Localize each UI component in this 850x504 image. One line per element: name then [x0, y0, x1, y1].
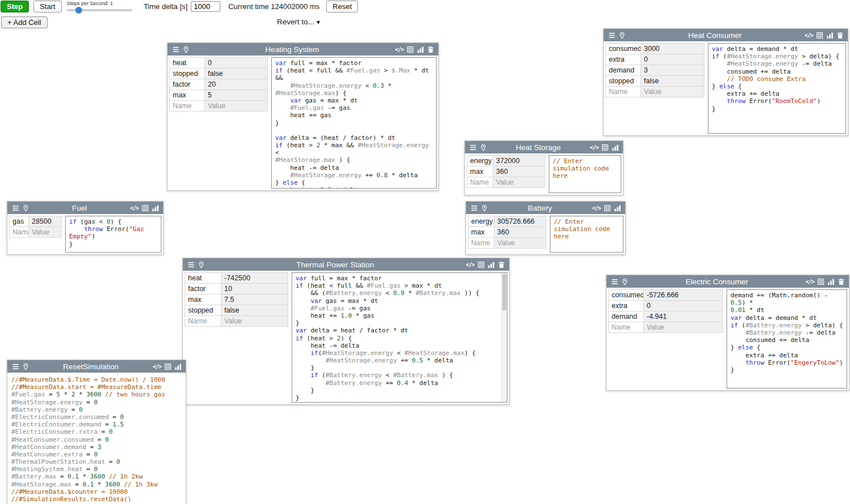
chart-view-icon[interactable]	[826, 32, 834, 39]
property-key[interactable]: heat	[170, 58, 205, 69]
property-value[interactable]: 0	[644, 301, 723, 311]
table-view-icon[interactable]	[601, 144, 609, 151]
panel-header[interactable]: Battery </>	[466, 202, 625, 214]
panel-header[interactable]: Heating System </>	[168, 43, 438, 55]
property-value[interactable]: Value	[493, 177, 545, 188]
add-cell-button[interactable]: + Add Cell	[1, 16, 48, 28]
property-value[interactable]: 305726.666	[494, 216, 546, 227]
code-view-icon[interactable]: </>	[592, 205, 600, 211]
property-value[interactable]: false	[641, 76, 704, 87]
table-view-icon[interactable]	[142, 204, 149, 212]
property-value[interactable]: 0	[205, 58, 268, 69]
table-view-icon[interactable]	[604, 204, 611, 212]
code-view-icon[interactable]: </>	[590, 144, 598, 151]
menu-icon[interactable]	[611, 278, 618, 285]
property-key[interactable]: Name	[468, 238, 494, 249]
code-editor[interactable]: if (gas < 0) { throw Error("Gas Empty") …	[65, 216, 161, 253]
chart-view-icon[interactable]	[417, 46, 424, 53]
property-value[interactable]: 3	[641, 65, 704, 76]
property-key[interactable]: stopped	[606, 76, 641, 87]
code-editor[interactable]: var delta = demand * dt if (#HeatStorage…	[708, 43, 846, 134]
property-value[interactable]: Value	[641, 87, 704, 97]
property-value[interactable]: 28500	[29, 216, 62, 227]
property-key[interactable]: stopped	[185, 305, 221, 316]
property-key[interactable]: max	[185, 294, 221, 305]
code-editor[interactable]: // Enter simulation code here	[550, 216, 623, 253]
code-view-icon[interactable]: </>	[805, 279, 814, 285]
location-pin-icon[interactable]	[198, 261, 205, 268]
property-value[interactable]: 360	[494, 227, 546, 238]
property-key[interactable]: Name	[10, 227, 29, 238]
property-key[interactable]: energy	[467, 156, 493, 166]
chart-view-icon[interactable]	[174, 363, 182, 370]
property-value[interactable]: Value	[221, 316, 288, 327]
code-view-icon[interactable]: </>	[152, 364, 161, 370]
property-value[interactable]: 7.5	[221, 294, 288, 305]
chart-view-icon[interactable]	[827, 278, 835, 285]
property-key[interactable]: energy	[468, 216, 494, 227]
code-view-icon[interactable]: </>	[395, 46, 403, 53]
property-key[interactable]: consumed	[606, 44, 641, 54]
property-key[interactable]: max	[467, 166, 493, 177]
location-pin-icon[interactable]	[182, 46, 190, 53]
property-key[interactable]: stopped	[170, 69, 205, 79]
table-view-icon[interactable]	[817, 278, 825, 285]
table-view-icon[interactable]	[164, 363, 172, 370]
property-value[interactable]: 360	[493, 166, 545, 177]
code-editor[interactable]: var full = max * factor if (heat < full …	[292, 273, 501, 402]
property-key[interactable]: demand	[609, 311, 644, 322]
property-key[interactable]: heat	[185, 273, 221, 284]
code-editor[interactable]: var full = max * factor if (heat < full …	[271, 57, 437, 189]
scrollbar-thumb[interactable]	[502, 274, 506, 310]
location-pin-icon[interactable]	[621, 278, 629, 285]
location-pin-icon[interactable]	[480, 144, 487, 151]
property-value[interactable]: false	[205, 69, 268, 79]
property-value[interactable]: 5	[205, 90, 268, 101]
property-key[interactable]: demand	[606, 65, 641, 76]
property-value[interactable]: Value	[29, 227, 62, 238]
code-editor[interactable]: //#MeasureData.$.Time = Date.now() / 100…	[9, 374, 184, 503]
property-value[interactable]: 372000	[493, 156, 545, 166]
property-key[interactable]: extra	[609, 301, 644, 311]
location-pin-icon[interactable]	[481, 204, 488, 212]
table-view-icon[interactable]	[477, 261, 485, 268]
panel-header[interactable]: Fuel </>	[7, 202, 163, 214]
location-pin-icon[interactable]	[22, 363, 29, 370]
menu-icon[interactable]	[12, 204, 19, 212]
scrollbar[interactable]	[501, 273, 507, 402]
property-key[interactable]: Name	[606, 87, 641, 97]
property-key[interactable]: factor	[185, 284, 221, 294]
property-key[interactable]: Name	[467, 177, 493, 188]
menu-icon[interactable]	[608, 32, 616, 39]
property-value[interactable]: Value	[205, 101, 268, 112]
property-value[interactable]: false	[221, 305, 288, 316]
property-value[interactable]: 20	[205, 79, 268, 90]
panel-header[interactable]: Heat Storage </>	[465, 141, 623, 153]
property-value[interactable]: -4.941	[644, 311, 723, 322]
trash-icon[interactable]	[498, 261, 505, 268]
menu-icon[interactable]	[187, 261, 195, 268]
location-pin-icon[interactable]	[618, 32, 626, 39]
property-key[interactable]: Name	[170, 101, 205, 112]
table-view-icon[interactable]	[407, 46, 414, 53]
trash-icon[interactable]	[427, 46, 434, 53]
property-key[interactable]: consumed	[609, 290, 644, 301]
code-view-icon[interactable]: </>	[465, 262, 474, 268]
property-value[interactable]: Value	[644, 322, 723, 333]
table-view-icon[interactable]	[816, 32, 823, 39]
steps-per-second-slider[interactable]	[67, 9, 133, 11]
property-key[interactable]: gas	[10, 216, 29, 227]
property-value[interactable]: -742500	[221, 273, 288, 284]
property-value[interactable]: Value	[494, 238, 546, 249]
panel-header[interactable]: Electric Consumer </>	[606, 275, 849, 288]
property-key[interactable]: factor	[170, 79, 205, 90]
chart-view-icon[interactable]	[152, 204, 159, 212]
code-editor[interactable]: // Enter simulation code here	[549, 155, 621, 193]
code-view-icon[interactable]: </>	[804, 32, 813, 39]
property-key[interactable]: extra	[606, 54, 641, 65]
trash-icon[interactable]	[836, 32, 844, 39]
property-value[interactable]: 3000	[641, 44, 704, 54]
property-key[interactable]: Name	[609, 322, 644, 333]
panel-header[interactable]: Heat Consumer </>	[604, 29, 848, 41]
reset-button[interactable]: Reset	[326, 1, 358, 12]
